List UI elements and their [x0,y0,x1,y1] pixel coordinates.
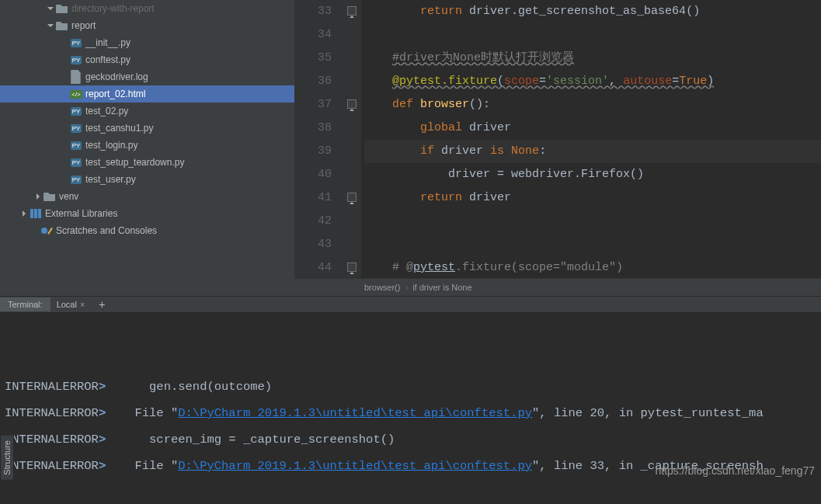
line-number: 34 [294,23,332,47]
tree-item-label: conftest.py [85,54,130,65]
expand-arrow-icon[interactable] [20,209,30,218]
terminal-tab-local[interactable]: Local × [50,297,92,311]
tree-item[interactable]: PYtest_login.py [0,137,294,154]
svg-rect-0 [30,209,33,218]
py-icon: PY [70,156,82,169]
code-line[interactable]: # @pytest.fixture(scope="module") [364,256,821,278]
expand-arrow-icon[interactable] [61,38,70,47]
expand-arrow-icon[interactable] [47,21,56,30]
fold-marker-icon[interactable] [347,99,357,109]
code-editor[interactable]: 333435363738394041424344 return driver.g… [294,0,821,296]
tree-item-label: test_02.py [85,106,128,116]
expand-arrow-icon[interactable] [61,72,70,82]
tree-item-label: Scratches and Consoles [56,225,157,236]
tree-item[interactable]: report [0,17,294,34]
tree-item[interactable]: Scratches and Consoles [0,222,294,239]
add-terminal-button[interactable]: + [91,298,113,311]
code-line[interactable]: return driver [364,186,821,210]
terminal-tab-label: Local [57,300,77,309]
svg-rect-1 [34,209,37,218]
tree-item[interactable]: External Libraries [0,205,294,222]
structure-label: Structure [2,440,12,475]
svg-rect-2 [38,209,41,218]
structure-tool-tab[interactable]: Structure [0,435,14,481]
folder-icon [43,190,56,203]
expand-arrow-icon[interactable] [61,55,70,64]
expand-arrow-icon[interactable] [61,89,70,99]
code-line[interactable]: global driver [364,116,821,140]
line-number: 42 [294,210,332,233]
tree-item[interactable]: directory-with-report [0,0,294,17]
tree-item-label: test_canshu1.py [85,123,153,134]
tree-item[interactable]: PYtest_canshu1.py [0,120,294,137]
terminal-line: INTERNALERROR> gen.send(outcome) [5,374,816,400]
code-line[interactable]: #driver为None时默认打开浏览器 [364,47,821,70]
tree-item[interactable]: PYtest_setup_teardown.py [0,154,294,171]
fold-column[interactable] [346,0,361,278]
tree-item-label: test_user.py [85,174,136,185]
line-number: 33 [294,0,332,23]
breadcrumb-item[interactable]: browser() [364,283,400,292]
py-icon: PY [70,36,82,49]
terminal-line: INTERNALERROR> File "D:\PyCharm 2019.1.3… [5,400,816,426]
line-number: 37 [294,93,332,116]
line-number: 43 [294,233,332,256]
tree-item[interactable]: </>report_02.html [0,85,294,103]
expand-arrow-icon[interactable] [61,158,70,167]
code-line[interactable]: @pytest.fixture(scope='session', autouse… [364,70,821,93]
tree-item[interactable]: PY__init__.py [0,34,294,51]
svg-point-3 [41,228,47,234]
expand-arrow-icon[interactable] [61,106,70,116]
file-link[interactable]: D:\PyCharm 2019.1.3\untitled\test api\co… [178,459,532,473]
file-icon [70,71,82,83]
line-number: 38 [294,116,332,140]
lib-icon [30,207,42,220]
code-line[interactable]: if driver is None: [364,140,821,163]
code-line[interactable] [364,210,821,233]
line-number: 41 [294,186,332,210]
code-line[interactable] [364,233,821,256]
tree-item-label: report [71,20,96,31]
line-number: 35 [294,47,332,70]
tree-item[interactable]: geckodriver.log [0,68,294,85]
code-line[interactable]: return driver.get_screenshot_as_base64() [364,0,821,23]
breadcrumb[interactable]: browser() › if driver is None [294,278,821,296]
py-icon: PY [70,139,82,151]
expand-arrow-icon[interactable] [31,226,40,235]
line-number: 39 [294,140,332,163]
expand-arrow-icon[interactable] [61,141,70,150]
tree-item[interactable]: PYconftest.py [0,51,294,68]
tree-item-label: venv [59,191,78,202]
py-icon: PY [70,54,82,66]
expand-arrow-icon[interactable] [61,123,70,133]
code-line[interactable]: driver = webdriver.Firefox() [364,163,821,186]
breadcrumb-item[interactable]: if driver is None [412,283,471,292]
expand-arrow-icon[interactable] [47,4,56,13]
code-line[interactable]: def browser(): [364,93,821,116]
html-icon: </> [70,88,82,100]
tree-item-label: __init__.py [85,37,130,48]
expand-arrow-icon[interactable] [34,192,43,201]
code-line[interactable] [364,23,821,47]
file-link[interactable]: D:\PyCharm 2019.1.3\untitled\test api\co… [178,406,532,420]
code-content[interactable]: return driver.get_screenshot_as_base64()… [361,0,821,278]
tree-item[interactable]: venv [0,188,294,205]
expand-arrow-icon[interactable] [61,175,70,184]
terminal-output[interactable]: INTERNALERROR> gen.send(outcome)INTERNAL… [0,313,821,487]
project-sidebar[interactable]: directory-with-reportreportPY__init__.py… [0,0,294,296]
tree-item[interactable]: PYtest_02.py [0,103,294,120]
fold-marker-icon[interactable] [347,6,357,16]
watermark: https://blog.csdn.net/xiao_feng77 [656,457,815,484]
terminal-tab-bar[interactable]: Terminal: Local × + [0,296,821,313]
line-number: 36 [294,70,332,93]
folder-icon [56,19,68,32]
folder-icon [56,2,68,15]
py-icon: PY [70,105,82,117]
fold-marker-icon[interactable] [347,193,357,202]
close-icon[interactable]: × [80,300,85,309]
chevron-right-icon: › [405,283,408,292]
fold-marker-icon[interactable] [347,262,357,272]
tree-item[interactable]: PYtest_user.py [0,171,294,188]
tree-item-label: geckodriver.log [85,71,148,82]
py-icon: PY [70,173,82,186]
